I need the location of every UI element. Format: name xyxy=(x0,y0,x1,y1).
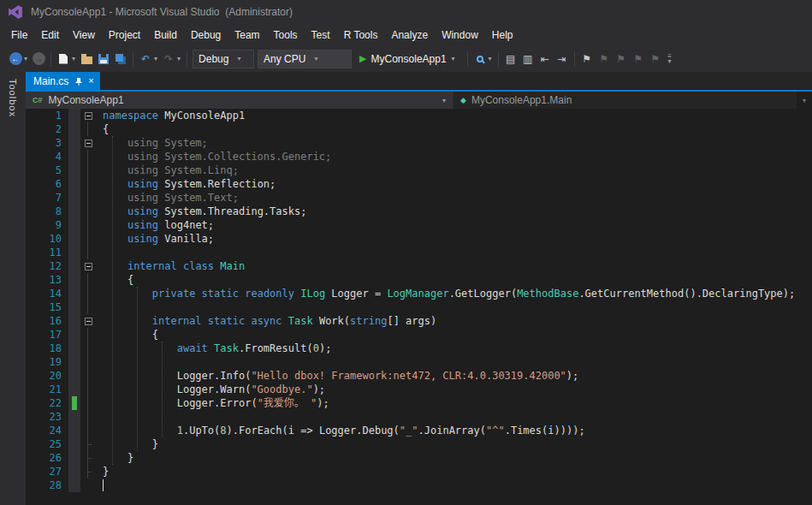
indicator-margin[interactable] xyxy=(68,191,80,205)
previous-bookmark-button[interactable]: ⚑ xyxy=(596,50,613,68)
indicator-margin[interactable] xyxy=(68,328,80,342)
menu-item-tools[interactable]: Tools xyxy=(267,26,305,45)
find-in-files-button[interactable] xyxy=(471,50,489,68)
indicator-margin[interactable] xyxy=(68,383,80,396)
indicator-margin[interactable] xyxy=(68,396,80,410)
toolbar-overflow-button[interactable]: ≡ ▾ xyxy=(664,50,676,68)
member-dropdown-button[interactable]: ▾ xyxy=(797,92,812,109)
new-file-dropdown-chevron-icon[interactable]: ▾ xyxy=(72,55,78,62)
line-number[interactable]: 1 xyxy=(26,109,68,122)
line-number[interactable]: 18 xyxy=(26,342,68,355)
line-number[interactable]: 15 xyxy=(26,300,68,314)
save-all-button[interactable] xyxy=(112,50,129,68)
new-file-button[interactable] xyxy=(55,50,72,68)
indicator-margin[interactable] xyxy=(68,163,80,177)
indicator-margin[interactable] xyxy=(68,451,80,465)
line-number[interactable]: 14 xyxy=(26,287,68,300)
redo-dropdown-chevron-icon[interactable]: ▾ xyxy=(177,55,183,62)
code-text[interactable]: } xyxy=(96,465,109,478)
code-text[interactable]: using Vanilla; xyxy=(96,232,214,246)
back-dropdown-chevron-icon[interactable]: ▾ xyxy=(24,55,30,62)
indicator-margin[interactable] xyxy=(68,177,80,191)
line-number[interactable]: 6 xyxy=(26,177,68,191)
menu-item-project[interactable]: Project xyxy=(102,26,147,45)
code-text[interactable]: using System; xyxy=(96,136,208,150)
code-text[interactable]: { xyxy=(96,122,109,136)
code-text[interactable]: using System.Collections.Generic; xyxy=(96,150,331,163)
line-number[interactable]: 21 xyxy=(26,383,68,396)
code-text[interactable]: { xyxy=(96,273,133,287)
menu-item-test[interactable]: Test xyxy=(305,26,337,45)
line-number[interactable]: 28 xyxy=(26,478,68,492)
next-bookmark-button[interactable]: ⚑ xyxy=(613,50,630,68)
menu-item-edit[interactable]: Edit xyxy=(34,26,66,45)
indicator-margin[interactable] xyxy=(68,342,80,355)
code-text[interactable]: Logger.Warn("Goodbye."); xyxy=(96,383,325,396)
code-text[interactable]: using System.Reflection; xyxy=(96,177,276,191)
code-text[interactable]: } xyxy=(96,437,158,451)
close-tab-button[interactable]: × xyxy=(88,76,93,86)
indicator-margin[interactable] xyxy=(68,109,80,122)
indicator-margin[interactable] xyxy=(68,273,80,287)
line-number[interactable]: 13 xyxy=(26,273,68,287)
indicator-margin[interactable] xyxy=(68,205,80,218)
save-button[interactable] xyxy=(95,50,112,68)
menu-item-r-tools[interactable]: R Tools xyxy=(337,26,385,45)
menu-item-build[interactable]: Build xyxy=(147,26,184,45)
tab-main-cs[interactable]: Main.cs × xyxy=(26,72,100,90)
display-member-list-button[interactable]: ▤ xyxy=(502,50,519,68)
line-number[interactable]: 20 xyxy=(26,369,68,383)
line-number[interactable]: 9 xyxy=(26,218,68,232)
line-number[interactable]: 24 xyxy=(26,424,68,437)
pin-tab-button[interactable] xyxy=(74,77,83,86)
line-number[interactable]: 11 xyxy=(26,246,68,259)
menu-item-debug[interactable]: Debug xyxy=(184,26,228,45)
previous-bookmark-in-folder-button[interactable]: ⚑ xyxy=(630,50,647,68)
indicator-margin[interactable] xyxy=(68,314,80,328)
code-text[interactable]: } xyxy=(96,451,133,465)
line-number[interactable]: 16 xyxy=(26,314,68,328)
menu-item-analyze[interactable]: Analyze xyxy=(384,26,435,45)
code-text[interactable] xyxy=(96,478,104,492)
member-dropdown[interactable]: ◆ MyConsoleApp1.Main xyxy=(453,92,797,109)
indicator-margin[interactable] xyxy=(68,410,80,424)
menu-item-view[interactable]: View xyxy=(66,26,102,45)
undo-dropdown-chevron-icon[interactable]: ▾ xyxy=(154,55,160,62)
line-number[interactable]: 2 xyxy=(26,122,68,136)
toggle-bookmark-button[interactable]: ⚑ xyxy=(578,50,596,68)
line-number[interactable]: 25 xyxy=(26,437,68,451)
menu-item-team[interactable]: Team xyxy=(228,26,266,45)
line-number[interactable]: 5 xyxy=(26,163,68,177)
collapse-region-icon[interactable] xyxy=(85,263,92,270)
code-text[interactable] xyxy=(96,355,103,369)
code-text[interactable] xyxy=(96,410,103,424)
code-text[interactable]: await Task.FromResult(0); xyxy=(96,342,331,355)
clear-bookmarks-button[interactable]: ⚑ xyxy=(647,50,664,68)
solution-platform-dropdown[interactable]: Any CPU ▾ xyxy=(258,50,352,68)
navigate-back-button[interactable]: ← xyxy=(7,50,24,68)
title-bar[interactable]: MyConsoleApp1 - Microsoft Visual Studio … xyxy=(0,0,812,24)
menu-item-window[interactable]: Window xyxy=(435,26,485,45)
indicator-margin[interactable] xyxy=(68,478,80,492)
code-text[interactable]: using log4net; xyxy=(96,218,214,232)
project-dropdown[interactable]: C# MyConsoleApp1 ▾ xyxy=(26,92,453,109)
line-number[interactable]: 19 xyxy=(26,355,68,369)
open-file-button[interactable] xyxy=(78,50,95,68)
indicator-margin[interactable] xyxy=(68,122,80,136)
indicator-margin[interactable] xyxy=(68,300,80,314)
indicator-margin[interactable] xyxy=(68,259,80,273)
code-text[interactable]: { xyxy=(96,328,158,342)
start-debugging-button[interactable]: ▶ MyConsoleApp1 ▾ xyxy=(355,50,462,68)
parameter-info-button[interactable]: ▥ xyxy=(519,50,536,68)
collapse-region-icon[interactable] xyxy=(85,112,92,120)
menu-item-file[interactable]: File xyxy=(4,26,34,45)
line-number[interactable]: 3 xyxy=(26,136,68,150)
indicator-margin[interactable] xyxy=(68,287,80,300)
indicator-margin[interactable] xyxy=(68,150,80,163)
menu-item-help[interactable]: Help xyxy=(485,26,520,45)
increase-indent-button[interactable]: ⇥ xyxy=(554,50,571,68)
code-text[interactable]: using System.Threading.Tasks; xyxy=(96,205,306,218)
indicator-margin[interactable] xyxy=(68,232,80,246)
code-text[interactable]: internal class Main xyxy=(96,259,245,273)
code-text[interactable]: Logger.Info("Hello dbox! Framework:net47… xyxy=(96,369,578,383)
